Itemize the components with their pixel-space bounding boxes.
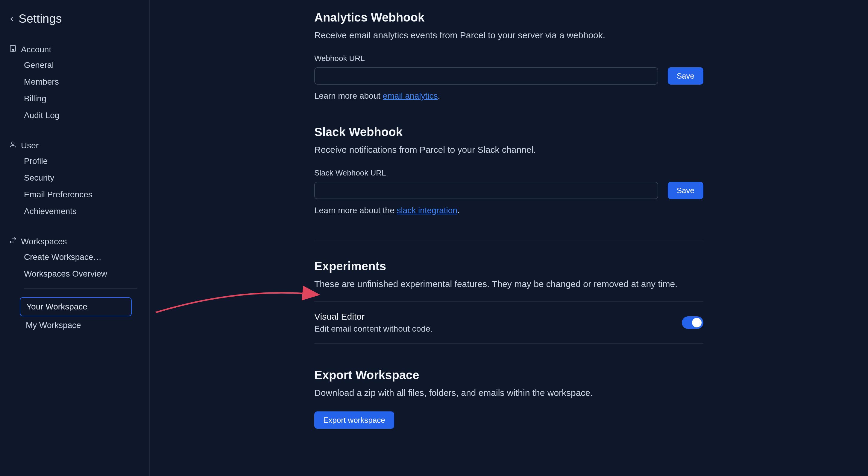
building-icon [9, 44, 17, 55]
section-label: Account [21, 45, 51, 55]
helper-suffix: . [457, 206, 460, 215]
workspace-entry-selected[interactable]: Your Workspace [20, 297, 132, 316]
chevron-left-icon [8, 15, 15, 22]
export-workspace-button[interactable]: Export workspace [314, 411, 394, 429]
helper-prefix: Learn more about [314, 91, 383, 100]
app-root: Settings Account General Members Billing… [0, 0, 868, 476]
sidebar-item-security[interactable]: Security [24, 170, 140, 186]
experiment-row: Visual Editor Edit email content without… [314, 301, 703, 344]
settings-sidebar: Settings Account General Members Billing… [0, 0, 150, 476]
section-title: Slack Webhook [314, 125, 703, 139]
analytics-webhook-section: Analytics Webhook Receive email analytic… [314, 11, 703, 101]
section-subtitle: These are unfinished experimental featur… [314, 277, 703, 291]
section-header-account: Account [8, 42, 140, 57]
section-label: User [21, 141, 39, 150]
section-subtitle: Receive email analytics events from Parc… [314, 28, 703, 42]
section-title: Experiments [314, 260, 703, 273]
form-row: Webhook URL Save [314, 54, 703, 84]
section-header-workspaces: Workspaces [8, 234, 140, 249]
section-subtitle: Receive notifications from Parcel to you… [314, 143, 703, 157]
svg-point-6 [12, 142, 14, 144]
experiment-desc: Edit email content without code. [314, 324, 433, 334]
sidebar-item-workspaces-overview[interactable]: Workspaces Overview [24, 266, 140, 282]
helper-link[interactable]: slack integration [397, 206, 457, 215]
experiment-info: Visual Editor Edit email content without… [314, 311, 433, 334]
toggle-knob [692, 318, 702, 328]
form-row: Slack Webhook URL Save [314, 168, 703, 199]
sidebar-item-members[interactable]: Members [24, 73, 140, 90]
user-icon [9, 140, 17, 150]
field-label: Webhook URL [314, 54, 658, 63]
back-to-app[interactable]: Settings [8, 12, 140, 25]
sidebar-item-billing[interactable]: Billing [24, 90, 140, 107]
slack-webhook-section: Slack Webhook Receive notifications from… [314, 125, 703, 215]
settings-main: Analytics Webhook Receive email analytic… [150, 0, 868, 476]
save-button[interactable]: Save [668, 67, 703, 84]
sidebar-item-profile[interactable]: Profile [24, 153, 140, 170]
svg-rect-5 [12, 49, 13, 52]
sidebar-item-audit-log[interactable]: Audit Log [24, 107, 140, 124]
experiments-section: Experiments These are unfinished experim… [314, 260, 703, 344]
helper-prefix: Learn more about the [314, 206, 397, 215]
experiment-toggle[interactable] [682, 316, 703, 329]
save-button[interactable]: Save [668, 182, 703, 199]
account-items: General Members Billing Audit Log [8, 57, 140, 124]
experiment-title: Visual Editor [314, 311, 433, 322]
section-subtitle: Download a zip with all files, folders, … [314, 386, 703, 400]
workspace-entry[interactable]: My Workspace [20, 316, 140, 334]
section-title: Export Workspace [314, 368, 703, 382]
workspaces-items: Create Workspace… Workspaces Overview [8, 249, 140, 282]
page-title: Settings [19, 12, 62, 25]
helper-suffix: . [438, 91, 440, 100]
sidebar-item-general[interactable]: General [24, 57, 140, 73]
svg-rect-0 [10, 45, 15, 52]
sidebar-item-create-workspace[interactable]: Create Workspace… [24, 249, 140, 266]
main-inner: Analytics Webhook Receive email analytic… [314, 0, 703, 476]
section-header-user: User [8, 138, 140, 153]
section-label: Workspaces [21, 237, 67, 246]
sidebar-item-email-preferences[interactable]: Email Preferences [24, 186, 140, 203]
helper-text: Learn more about email analytics. [314, 91, 703, 101]
webhook-url-input[interactable] [314, 67, 658, 84]
slack-webhook-url-input[interactable] [314, 182, 658, 199]
divider [24, 288, 137, 289]
helper-link[interactable]: email analytics [383, 91, 438, 100]
switch-icon [9, 237, 17, 246]
divider [314, 240, 703, 240]
user-items: Profile Security Email Preferences Achie… [8, 153, 140, 220]
helper-text: Learn more about the slack integration. [314, 206, 703, 215]
export-workspace-section: Export Workspace Download a zip with all… [314, 368, 703, 429]
sidebar-item-achievements[interactable]: Achievements [24, 203, 140, 220]
section-title: Analytics Webhook [314, 11, 703, 24]
field-label: Slack Webhook URL [314, 168, 658, 178]
